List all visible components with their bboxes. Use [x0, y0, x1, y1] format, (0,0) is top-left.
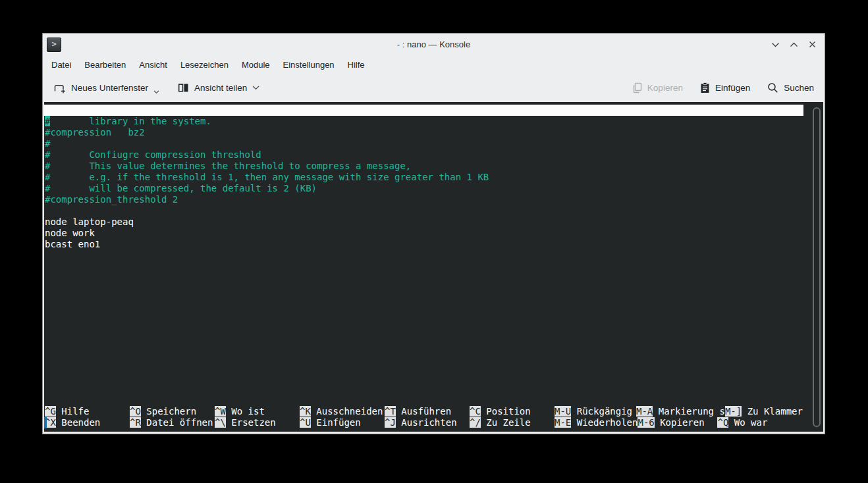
shortcut-item: ^O Speichern — [130, 406, 215, 417]
split-view-button[interactable]: Ansicht teilen — [178, 83, 259, 93]
terminal-line: # will be compressed, the default is 2 (… — [45, 183, 814, 194]
shortcut-key: ^O — [130, 406, 141, 417]
shortcut-label: Zu Klammer — [747, 406, 803, 417]
shortcut-item: ^X Beenden — [45, 417, 130, 428]
chevron-up-icon — [790, 42, 798, 47]
shortcut-label: Beenden — [61, 417, 100, 428]
shortcut-item: ^J Ausrichten — [385, 417, 470, 428]
shortcut-key: M-] — [725, 406, 742, 417]
shortcut-item: M-] Zu Klammer — [725, 406, 803, 417]
shortcut-label: Wiederholen — [577, 417, 638, 428]
shortcut-key: M-6 — [637, 417, 654, 428]
scrollbar[interactable] — [813, 107, 821, 427]
shortcut-label: Kopieren — [660, 417, 704, 428]
shortcut-item: ^Q Wo war — [717, 417, 767, 428]
shortcut-label: Ausschneiden — [316, 406, 383, 417]
menu-item-einstellungen[interactable]: Einstellungen — [277, 57, 341, 72]
shortcut-item: ^G Hilfe — [45, 406, 130, 417]
shortcut-key: ^W — [215, 406, 226, 417]
shortcut-key: ^\ — [215, 417, 226, 428]
shortcut-key: M-E — [555, 417, 571, 428]
terminal-line: node work — [45, 228, 814, 239]
shortcut-item: M-6 Kopieren — [637, 417, 717, 428]
shortcut-item: ^C Position — [470, 406, 555, 417]
shortcut-item: ^/ Zu Zeile — [470, 417, 555, 428]
shortcut-label: Zu Zeile — [486, 417, 530, 428]
chevron-down-icon — [153, 90, 159, 94]
new-tab-button[interactable]: Neues Unterfenster — [54, 82, 159, 94]
close-button[interactable] — [807, 40, 817, 49]
shortcut-label: Wo ist — [231, 406, 265, 417]
shortcut-row-2: ^X Beenden^R Datei öffnen^\ Ersetzen^U E… — [45, 417, 810, 428]
shortcut-label: Ausführen — [401, 406, 451, 417]
terminal-line: # library in the system. — [45, 116, 814, 127]
shortcut-key: ^K — [300, 406, 311, 417]
shortcut-item: ^T Ausführen — [385, 406, 470, 417]
konsole-window: > - : nano — Konsole DateiBearbeitenAnsi… — [42, 33, 825, 434]
shortcut-label: Rückgängig — [577, 406, 632, 417]
nano-header: ha.cf GNU nano 7.2 — [44, 105, 803, 116]
terminal-line: #compression_threshold 2 — [45, 194, 814, 205]
menu-item-bearbeiten[interactable]: Bearbeiten — [78, 57, 132, 72]
terminal-line: # Confiugre compression threshold — [45, 149, 814, 161]
terminal-cursor: # — [45, 116, 50, 126]
terminal-line: # — [45, 138, 814, 149]
shortcut-key: M-U — [555, 406, 571, 417]
konsole-app-icon: > — [47, 38, 61, 52]
search-label: Suchen — [784, 83, 814, 93]
shortcut-key: ^G — [45, 406, 56, 417]
shortcut-label: Datei öffnen — [146, 417, 213, 428]
toolbar-right-group: Kopieren Einfügen Suchen — [632, 82, 814, 93]
shortcut-key: ^Q — [717, 417, 728, 428]
shortcut-label: Ersetzen — [231, 417, 275, 428]
shortcut-key: ^R — [130, 417, 141, 428]
terminal-line: # e.g. if the threshold is 1, then any m… — [45, 172, 814, 183]
copy-button[interactable]: Kopieren — [632, 82, 683, 93]
terminal-line: #compression bz2 — [45, 127, 814, 138]
menu-item-datei[interactable]: Datei — [45, 57, 78, 72]
shortcut-key: ^C — [470, 406, 481, 417]
shortcut-item: M-A Markierung s — [636, 406, 725, 417]
terminal-content: # library in the system.#compression bz2… — [45, 116, 814, 250]
split-view-label: Ansicht teilen — [194, 83, 247, 93]
window-titlebar[interactable]: > - : nano — Konsole — [43, 34, 825, 55]
minimize-button[interactable] — [771, 40, 780, 49]
terminal-view[interactable]: ha.cf GNU nano 7.2 # library in the syst… — [44, 102, 823, 432]
window-title: - : nano — Konsole — [43, 39, 825, 49]
terminal-line: bcast eno1 — [45, 239, 814, 250]
shortcut-key: ^U — [300, 417, 311, 428]
chevron-down-icon — [771, 42, 780, 47]
paste-label: Einfügen — [715, 83, 750, 93]
shortcut-key: ^J — [385, 417, 396, 428]
menu-item-hilfe[interactable]: Hilfe — [341, 57, 371, 72]
search-button[interactable]: Suchen — [767, 82, 814, 93]
shortcut-label: Speichern — [146, 406, 196, 417]
shortcut-item: M-U Rückgängig — [555, 406, 636, 417]
terminal-line: node laptop-peaq — [45, 216, 814, 228]
shortcut-label: Position — [486, 406, 530, 417]
shortcut-item: ^W Wo ist — [215, 406, 300, 417]
toolbar: Neues Unterfenster Ansicht teilen — [43, 74, 825, 102]
menu-item-lesezeichen[interactable]: Lesezeichen — [174, 57, 235, 72]
terminal-line — [45, 205, 814, 216]
paste-button[interactable]: Einfügen — [700, 82, 750, 93]
menu-item-ansicht[interactable]: Ansicht — [132, 57, 174, 72]
shortcut-item: ^R Datei öffnen — [130, 417, 215, 428]
chevron-down-icon — [252, 86, 259, 90]
nano-shortcut-bar: ^G Hilfe^O Speichern^W Wo ist^K Ausschne… — [45, 406, 810, 428]
shortcut-item: ^\ Ersetzen — [215, 417, 300, 428]
terminal-line: # This value determines the threshold to… — [45, 161, 814, 172]
menu-item-module[interactable]: Module — [235, 57, 277, 72]
menu-bar: DateiBearbeitenAnsichtLesezeichenModuleE… — [43, 55, 825, 74]
search-icon — [767, 82, 778, 93]
shortcut-key: M-A — [636, 406, 653, 417]
shortcut-item: ^K Ausschneiden — [300, 406, 385, 417]
shortcut-label: Einfügen — [316, 417, 360, 428]
shortcut-label: Wo war — [734, 417, 768, 428]
maximize-button[interactable] — [789, 40, 798, 49]
activity-indicator — [44, 417, 47, 428]
shortcut-label: Ausrichten — [401, 417, 456, 428]
shortcut-key: ^/ — [470, 417, 481, 428]
shortcut-item: ^U Einfügen — [300, 417, 385, 428]
copy-icon — [632, 82, 642, 93]
